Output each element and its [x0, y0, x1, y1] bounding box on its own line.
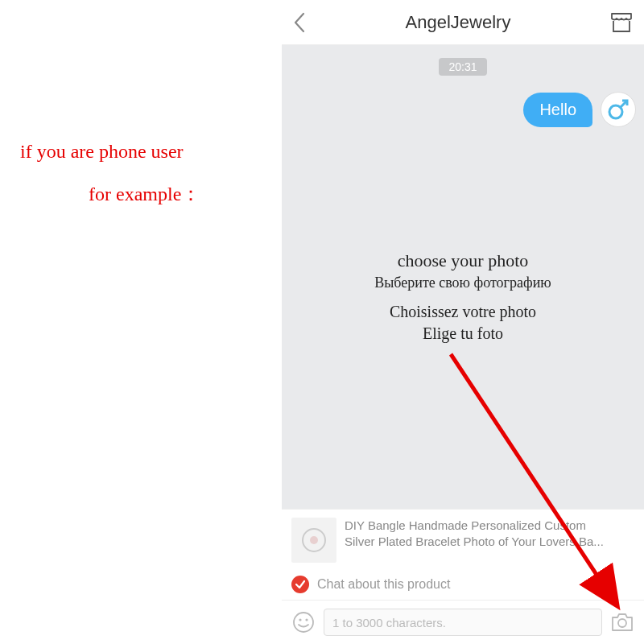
chat-timestamp: 20:31 — [439, 58, 486, 76]
overlay-es: Elige tu foto — [282, 324, 644, 343]
overlay-fr: Choisissez votre photo — [282, 303, 644, 321]
chat-about-row[interactable]: Chat about this product — [282, 571, 644, 601]
overlay-en: choose your photo — [282, 250, 644, 271]
annotation-line-2: for example： — [89, 181, 200, 207]
back-icon[interactable] — [293, 12, 306, 33]
avatar[interactable] — [601, 92, 636, 127]
input-row — [282, 601, 644, 644]
product-thumbnail — [291, 518, 336, 563]
product-title: DIY Bangle Handmade Personalized Custom … — [345, 518, 634, 551]
product-title-line-2: Silver Plated Bracelet Photo of Your Lov… — [345, 534, 634, 550]
chat-about-label: Chat about this product — [317, 577, 450, 592]
store-icon[interactable] — [610, 12, 633, 33]
phone-frame: AngelJewelry 20:31 Hello choose your pho… — [282, 0, 644, 644]
message-input[interactable] — [324, 609, 602, 636]
svg-point-7 — [618, 619, 626, 627]
check-icon — [291, 576, 309, 593]
chat-area: 20:31 Hello choose your photo Выберите с… — [282, 45, 644, 509]
svg-point-4 — [294, 613, 313, 632]
instruction-overlay: choose your photo Выберите свою фотограф… — [282, 250, 644, 343]
overlay-ru: Выберите свою фотографию — [282, 275, 644, 291]
svg-point-3 — [310, 536, 318, 544]
emoji-icon[interactable] — [291, 610, 316, 634]
message-row: Hello — [282, 76, 644, 127]
annotation-line-1: if you are phone user — [20, 141, 184, 163]
camera-icon[interactable] — [610, 610, 634, 634]
product-title-line-1: DIY Bangle Handmade Personalized Custom — [345, 518, 634, 534]
svg-point-5 — [299, 618, 301, 621]
male-symbol-icon — [606, 97, 630, 122]
svg-point-0 — [609, 105, 622, 118]
chat-header: AngelJewelry — [282, 0, 644, 45]
svg-point-6 — [305, 618, 308, 621]
product-card[interactable]: DIY Bangle Handmade Personalized Custom … — [282, 509, 644, 571]
message-bubble: Hello — [523, 93, 592, 127]
chat-title: AngelJewelry — [406, 12, 511, 33]
